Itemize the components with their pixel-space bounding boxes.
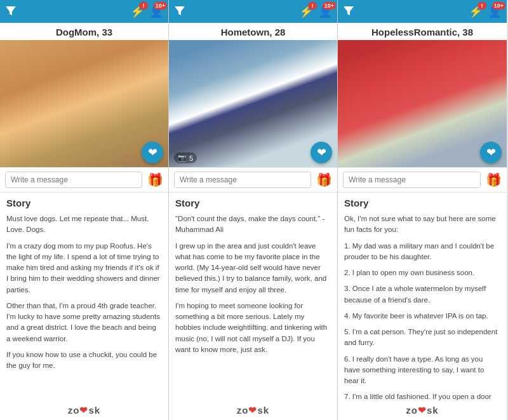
notification-messages[interactable]: ⚡! — [299, 4, 313, 18]
notification-likes[interactable]: 👤10+ — [488, 4, 502, 18]
story-paragraph: I'm hoping to meet someone looking for s… — [175, 301, 331, 355]
story-text: Ok, I'm not sure what to say but here ar… — [344, 213, 500, 402]
story-paragraph: 5. I'm a cat person. They're just so ind… — [344, 327, 500, 349]
gift-button[interactable]: 🎁 — [147, 172, 163, 187]
badge-messages: ! — [139, 2, 148, 10]
top-bar: ⚡!👤10+ — [338, 0, 507, 23]
profile-photo: 📷 5❤ — [169, 40, 337, 167]
message-input[interactable] — [343, 172, 481, 188]
zoosk-heart-icon: ❤ — [418, 405, 427, 416]
story-title: Story — [175, 198, 331, 208]
story-paragraph: Must love dogs. Let me repeate that... M… — [6, 213, 162, 236]
badge-messages: ! — [478, 2, 486, 10]
top-bar-right: ⚡!👤10+ — [297, 4, 332, 18]
notification-messages[interactable]: ⚡! — [469, 4, 483, 18]
story-paragraph: 2. I plan to open my own business soon. — [344, 268, 500, 278]
filter-icon[interactable] — [343, 5, 354, 18]
badge-likes: 10+ — [154, 2, 167, 10]
story-section: StoryMust love dogs. Let me repeate that… — [0, 193, 168, 402]
card-hometown: ⚡!👤10+Hometown, 28📷 5❤🎁Story"Don't count… — [169, 0, 338, 420]
message-input[interactable] — [174, 172, 311, 188]
photo-actions: ❤ — [480, 142, 502, 163]
zoosk-heart-icon: ❤ — [248, 405, 257, 416]
filter-icon[interactable] — [174, 5, 185, 18]
svg-marker-0 — [6, 6, 16, 15]
zoosk-heart-icon: ❤ — [79, 405, 88, 416]
camera-icon: 📷 — [178, 154, 187, 162]
photo-actions: ❤ — [311, 142, 332, 163]
svg-marker-2 — [344, 6, 354, 15]
story-text: Must love dogs. Let me repeate that... M… — [6, 213, 162, 371]
top-bar: ⚡!👤10+ — [0, 0, 168, 23]
like-button[interactable]: ❤ — [480, 142, 502, 163]
top-bar-right: ⚡!👤10+ — [466, 4, 502, 18]
profile-name: Hometown, 28 — [169, 23, 337, 40]
story-title: Story — [344, 198, 500, 208]
badge-likes: 10+ — [323, 2, 336, 10]
story-paragraph: 3. Once I ate a whole watermelon by myse… — [344, 283, 500, 306]
story-paragraph: I grew up in the area and just couldn't … — [175, 241, 331, 295]
story-paragraph: "Don't count the days, make the days cou… — [175, 213, 331, 236]
notification-likes[interactable]: 👤10+ — [318, 4, 332, 18]
top-bar-right: ⚡!👤10+ — [128, 4, 163, 18]
story-paragraph: I'm a crazy dog mom to my pup Roofus. He… — [6, 241, 162, 295]
profile-name: DogMom, 33 — [0, 23, 168, 40]
badge-messages: ! — [308, 2, 317, 10]
svg-marker-1 — [175, 6, 185, 15]
message-area: 🎁 — [169, 167, 337, 193]
story-paragraph: 1. My dad was a military man and I could… — [344, 241, 500, 263]
message-area: 🎁 — [338, 167, 507, 193]
profile-photo: ❤ — [0, 40, 168, 167]
story-paragraph: 6. I really don't have a type. As long a… — [344, 354, 500, 387]
top-bar-left — [5, 5, 17, 18]
story-text: "Don't count the days, make the days cou… — [175, 213, 331, 355]
gift-button[interactable]: 🎁 — [486, 172, 502, 187]
top-bar-left — [174, 5, 185, 18]
zoosk-logo: zo❤sk — [338, 402, 507, 420]
filter-icon[interactable] — [5, 5, 17, 18]
zoosk-logo: zo❤sk — [169, 402, 337, 420]
story-paragraph: Ok, I'm not sure what to say but here ar… — [344, 213, 500, 236]
story-section: Story"Don't count the days, make the day… — [169, 193, 337, 402]
photo-count-value: 5 — [189, 154, 193, 162]
photo-actions: ❤ — [142, 142, 163, 163]
story-paragraph: 7. I'm a little old fashioned. If you op… — [344, 391, 500, 402]
like-button[interactable]: ❤ — [142, 142, 163, 163]
story-paragraph: If you know how to use a chuckit, you co… — [6, 349, 162, 372]
story-section: StoryOk, I'm not sure what to say but he… — [338, 193, 507, 402]
photo-count: 📷 5 — [174, 152, 197, 163]
top-bar: ⚡!👤10+ — [169, 0, 337, 23]
card-dogmom: ⚡!👤10+DogMom, 33❤🎁StoryMust love dogs. L… — [0, 0, 169, 420]
card-hopeless: ⚡!👤10+HopelessRomantic, 38❤🎁StoryOk, I'm… — [338, 0, 507, 420]
profile-photo: ❤ — [338, 40, 507, 167]
notification-messages[interactable]: ⚡! — [130, 4, 144, 18]
zoosk-logo: zo❤sk — [0, 402, 168, 420]
profile-name: HopelessRomantic, 38 — [338, 23, 507, 40]
story-paragraph: Other than that, I'm a proud 4th grade t… — [6, 301, 162, 344]
gift-button[interactable]: 🎁 — [316, 172, 332, 187]
top-bar-left — [343, 5, 354, 18]
like-button[interactable]: ❤ — [311, 142, 332, 163]
message-input[interactable] — [5, 172, 142, 188]
notification-likes[interactable]: 👤10+ — [149, 4, 163, 18]
message-area: 🎁 — [0, 167, 168, 193]
story-paragraph: 4. My favorite beer is whatever IPA is o… — [344, 311, 500, 322]
badge-likes: 10+ — [492, 2, 505, 10]
story-title: Story — [6, 198, 162, 208]
